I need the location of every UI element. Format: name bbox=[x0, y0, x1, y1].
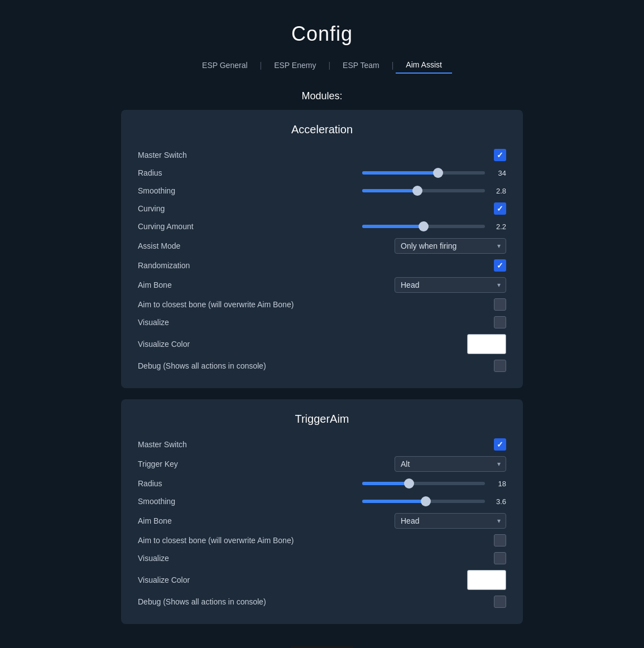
trig-radius-control: 18 bbox=[362, 480, 506, 488]
tab-sep-2: | bbox=[326, 61, 333, 70]
randomization-label: Randomization bbox=[138, 261, 238, 270]
trig-aim-closest-checkbox[interactable] bbox=[494, 534, 506, 547]
debug-control bbox=[494, 360, 506, 372]
trig-radius-slider[interactable] bbox=[362, 482, 485, 485]
visualize-checkbox[interactable] bbox=[494, 316, 506, 328]
tab-esp-enemy[interactable]: ESP Enemy bbox=[264, 57, 326, 73]
assist-mode-row: Assist Mode Only when firing Always Neve… bbox=[138, 235, 506, 257]
master-switch-row: Master Switch bbox=[138, 146, 506, 164]
master-switch-label: Master Switch bbox=[138, 151, 238, 159]
triggeraim-card: TriggerAim Master Switch Trigger Key Alt… bbox=[121, 399, 523, 624]
assist-mode-dropdown[interactable]: Only when firing Always Never bbox=[395, 238, 506, 254]
trig-smoothing-value: 3.6 bbox=[491, 497, 506, 506]
master-switch-checkbox[interactable] bbox=[494, 149, 506, 161]
trigger-key-dropdown[interactable]: Alt Ctrl Shift Mouse4 Mouse5 bbox=[395, 456, 506, 472]
trigger-key-control: Alt Ctrl Shift Mouse4 Mouse5 bbox=[395, 456, 506, 472]
trig-visualize-control bbox=[494, 552, 506, 564]
triggeraim-title: TriggerAim bbox=[138, 413, 506, 425]
assist-mode-dropdown-wrapper: Only when firing Always Never bbox=[395, 238, 506, 254]
page-title: Config bbox=[291, 22, 353, 46]
smoothing-slider[interactable] bbox=[362, 189, 485, 192]
tab-esp-team[interactable]: ESP Team bbox=[333, 57, 390, 73]
trig-aim-bone-label: Aim Bone bbox=[138, 516, 238, 525]
trig-smoothing-control: 3.6 bbox=[362, 497, 506, 506]
aim-bone-control: Head Neck Chest Stomach bbox=[395, 277, 506, 293]
curving-amount-label: Curving Amount bbox=[138, 222, 238, 231]
debug-checkbox[interactable] bbox=[494, 360, 506, 372]
radius-value: 34 bbox=[491, 169, 506, 177]
aim-bone-dropdown-wrapper: Head Neck Chest Stomach bbox=[395, 277, 506, 293]
radius-row: Radius 34 bbox=[138, 164, 506, 182]
smoothing-value: 2.8 bbox=[491, 187, 506, 195]
trig-smoothing-row: Smoothing 3.6 bbox=[138, 492, 506, 510]
visualize-color-label: Visualize Color bbox=[138, 340, 238, 349]
assist-mode-control: Only when firing Always Never bbox=[395, 238, 506, 254]
trig-master-switch-checkbox[interactable] bbox=[494, 438, 506, 451]
tab-sep-3: | bbox=[390, 61, 396, 70]
smoothing-label: Smoothing bbox=[138, 186, 238, 195]
curving-label: Curving bbox=[138, 204, 238, 213]
aim-closest-checkbox[interactable] bbox=[494, 298, 506, 311]
master-switch-control bbox=[494, 149, 506, 161]
tabs-nav: ESP General | ESP Enemy | ESP Team | Aim… bbox=[192, 57, 452, 74]
aim-bone-label: Aim Bone bbox=[138, 281, 238, 289]
visualize-color-row: Visualize Color bbox=[138, 331, 506, 357]
trig-visualize-color-swatch[interactable] bbox=[467, 570, 506, 590]
smoothing-row: Smoothing 2.8 bbox=[138, 182, 506, 200]
curving-row: Curving bbox=[138, 200, 506, 217]
debug-row: Debug (Shows all actions in console) bbox=[138, 357, 506, 375]
trig-aim-bone-dropdown[interactable]: Head Neck Chest Stomach bbox=[395, 513, 506, 529]
trig-smoothing-label: Smoothing bbox=[138, 497, 238, 506]
curving-checkbox[interactable] bbox=[494, 202, 506, 215]
visualize-color-control bbox=[467, 334, 506, 354]
trig-aim-bone-dropdown-wrapper: Head Neck Chest Stomach bbox=[395, 513, 506, 529]
visualize-label: Visualize bbox=[138, 318, 238, 327]
trig-debug-checkbox[interactable] bbox=[494, 596, 506, 608]
modules-label: Modules: bbox=[301, 90, 342, 102]
curving-amount-row: Curving Amount 2.2 bbox=[138, 217, 506, 235]
radius-control: 34 bbox=[362, 169, 506, 177]
trig-master-switch-row: Master Switch bbox=[138, 436, 506, 453]
aim-bone-row: Aim Bone Head Neck Chest Stomach bbox=[138, 274, 506, 296]
trig-visualize-label: Visualize bbox=[138, 554, 238, 563]
trig-debug-label: Debug (Shows all actions in console) bbox=[138, 597, 266, 606]
trig-aim-closest-row: Aim to closest bone (will overwrite Aim … bbox=[138, 531, 506, 549]
tab-aim-assist[interactable]: Aim Assist bbox=[396, 57, 452, 74]
aim-closest-label: Aim to closest bone (will overwrite Aim … bbox=[138, 300, 294, 309]
trig-aim-bone-row: Aim Bone Head Neck Chest Stomach bbox=[138, 510, 506, 531]
trig-aim-closest-label: Aim to closest bone (will overwrite Aim … bbox=[138, 536, 294, 545]
trig-aim-bone-control: Head Neck Chest Stomach bbox=[395, 513, 506, 529]
curving-amount-value: 2.2 bbox=[491, 223, 506, 231]
radius-label: Radius bbox=[138, 168, 238, 177]
visualize-color-swatch[interactable] bbox=[467, 334, 506, 354]
randomization-checkbox[interactable] bbox=[494, 259, 506, 272]
curving-amount-slider[interactable] bbox=[362, 225, 485, 228]
trig-radius-row: Radius 18 bbox=[138, 475, 506, 492]
trig-visualize-color-control bbox=[467, 570, 506, 590]
trig-radius-value: 18 bbox=[491, 480, 506, 488]
trigger-key-dropdown-wrapper: Alt Ctrl Shift Mouse4 Mouse5 bbox=[395, 456, 506, 472]
aim-closest-row: Aim to closest bone (will overwrite Aim … bbox=[138, 296, 506, 313]
trig-aim-closest-control bbox=[494, 534, 506, 547]
trigger-key-label: Trigger Key bbox=[138, 460, 238, 468]
trig-visualize-color-label: Visualize Color bbox=[138, 576, 238, 584]
trig-visualize-checkbox[interactable] bbox=[494, 552, 506, 564]
visualize-control bbox=[494, 316, 506, 328]
tab-sep-1: | bbox=[258, 61, 265, 70]
trigger-key-row: Trigger Key Alt Ctrl Shift Mouse4 Mouse5 bbox=[138, 453, 506, 475]
trig-debug-control bbox=[494, 596, 506, 608]
trig-smoothing-slider[interactable] bbox=[362, 500, 485, 503]
trig-master-switch-control bbox=[494, 438, 506, 451]
curving-control bbox=[494, 202, 506, 215]
debug-label: Debug (Shows all actions in console) bbox=[138, 361, 266, 370]
assist-mode-label: Assist Mode bbox=[138, 241, 238, 250]
radius-slider[interactable] bbox=[362, 171, 485, 175]
aim-closest-control bbox=[494, 298, 506, 311]
aim-bone-dropdown[interactable]: Head Neck Chest Stomach bbox=[395, 277, 506, 293]
tab-esp-general[interactable]: ESP General bbox=[192, 57, 257, 73]
randomization-row: Randomization bbox=[138, 257, 506, 274]
curving-amount-control: 2.2 bbox=[362, 223, 506, 231]
smoothing-control: 2.8 bbox=[362, 187, 506, 195]
trig-debug-row: Debug (Shows all actions in console) bbox=[138, 593, 506, 611]
trig-radius-label: Radius bbox=[138, 479, 238, 488]
